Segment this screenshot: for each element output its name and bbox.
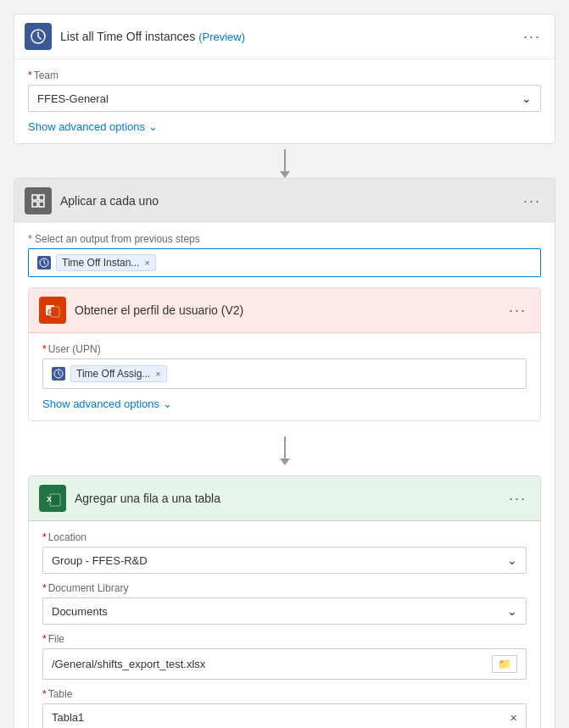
timeoff-instan-tag: Time Off Instan... × [56,254,156,271]
apply-card: Aplicar a cada uno ··· * Select an outpu… [14,178,555,728]
obtener-card-title: Obtener el perfil de usuario (V2) [75,303,497,317]
connector-1 [14,144,555,178]
location-value: Group - FFES-R&D [52,554,148,567]
apply-icon [25,187,52,214]
doclibrary-value: Documents [52,605,108,618]
svg-rect-4 [39,202,44,207]
connector-inner [28,431,541,465]
agregar-card-body: *Location Group - FFES-R&D ⌄ *Document L… [29,521,540,728]
svg-rect-3 [32,202,37,207]
user-tag-icon [52,367,65,381]
user-tag-close[interactable]: × [155,369,160,379]
location-chevron-icon: ⌄ [507,553,517,567]
file-value: /General/shifts_export_test.xlsx [52,658,205,670]
show-advanced-2[interactable]: Show advanced options ⌄ [42,397,527,410]
list-timeoff-body: *Team FFES-General ⌄ Show advanced optio… [14,59,555,143]
obtener-card: O Obtener el perfil de usuario (V2) ··· … [28,287,541,421]
show-advanced-label-2: Show advanced options [42,397,159,410]
show-advanced-1[interactable]: Show advanced options ⌄ [28,120,541,133]
table-input[interactable]: Tabla1 × [42,703,527,728]
file-field: *File /General/shifts_export_test.xlsx 📁 [42,633,527,680]
svg-text:O: O [47,308,53,316]
output-selector-label: * Select an output from previous steps [28,233,541,245]
table-close-icon[interactable]: × [510,710,517,725]
team-select[interactable]: FFES-General ⌄ [28,85,541,112]
title-text: List all Time Off instances [60,30,195,43]
user-label: *User (UPN) [42,343,527,355]
arrow-down-inner [284,436,286,460]
table-value: Tabla1 [52,711,84,724]
show-advanced-label-1: Show advanced options [28,120,145,133]
list-timeoff-menu[interactable]: ··· [520,28,544,46]
svg-rect-1 [32,195,37,200]
preview-badge: (Preview) [198,31,245,43]
svg-text:X: X [47,495,52,503]
user-field: *User (UPN) Time Off Assig... [42,343,527,389]
svg-rect-2 [39,195,44,200]
chevron-down-icon-2: ⌄ [163,397,172,410]
user-input[interactable]: Time Off Assig... × [42,358,527,389]
team-chevron-icon: ⌄ [522,92,532,105]
doclibrary-label: *Document Library [42,582,527,594]
location-select[interactable]: Group - FFES-R&D ⌄ [42,547,527,574]
apply-card-menu[interactable]: ··· [520,192,544,210]
arrow-down-1 [284,149,286,173]
list-timeoff-header: List all Time Off instances (Preview) ··… [14,14,555,59]
tag-clock-icon-1 [37,256,51,270]
doclibrary-field: *Document Library Documents ⌄ [42,582,527,625]
agregar-card: X Agregar una fila a una tabla ··· *Loca… [28,475,541,728]
excel-icon: X [39,485,66,512]
table-field: *Table Tabla1 × [42,688,527,728]
folder-icon[interactable]: 📁 [492,655,517,673]
obtener-card-header: O Obtener el perfil de usuario (V2) ··· [29,288,540,333]
tag-text-1: Time Off Instan... [62,257,139,269]
doclibrary-chevron-icon: ⌄ [507,604,517,618]
location-field: *Location Group - FFES-R&D ⌄ [42,531,527,574]
table-label: *Table [42,688,527,700]
timeoff-icon [25,23,52,50]
agregar-card-title: Agregar una fila a una tabla [75,492,497,505]
apply-card-title: Aplicar a cada uno [60,194,511,208]
tag-close-1[interactable]: × [144,258,149,268]
team-value: FFES-General [37,92,109,105]
apply-card-header: Aplicar a cada uno ··· [14,179,555,223]
office-icon: O [39,297,66,324]
team-label: *Team [28,69,541,81]
obtener-card-menu[interactable]: ··· [505,302,530,320]
list-timeoff-title: List all Time Off instances (Preview) [60,30,511,43]
user-tag: Time Off Assig... × [70,365,167,382]
file-input[interactable]: /General/shifts_export_test.xlsx 📁 [42,648,527,680]
team-field: *Team FFES-General ⌄ [28,69,541,112]
apply-card-body: * Select an output from previous steps T… [14,223,555,728]
user-tag-text: Time Off Assig... [76,368,150,380]
output-selector-field[interactable]: Time Off Instan... × [28,248,541,277]
file-label: *File [42,633,527,645]
agregar-card-header: X Agregar una fila a una tabla ··· [29,476,540,521]
list-timeoff-card: List all Time Off instances (Preview) ··… [14,14,555,144]
chevron-down-icon-1: ⌄ [148,120,158,133]
obtener-card-body: *User (UPN) Time Off Assig... [29,333,540,420]
doclibrary-select[interactable]: Documents ⌄ [42,597,527,625]
output-selector-section: * Select an output from previous steps T… [28,233,541,277]
location-label: *Location [42,531,527,543]
agregar-card-menu[interactable]: ··· [505,490,530,508]
